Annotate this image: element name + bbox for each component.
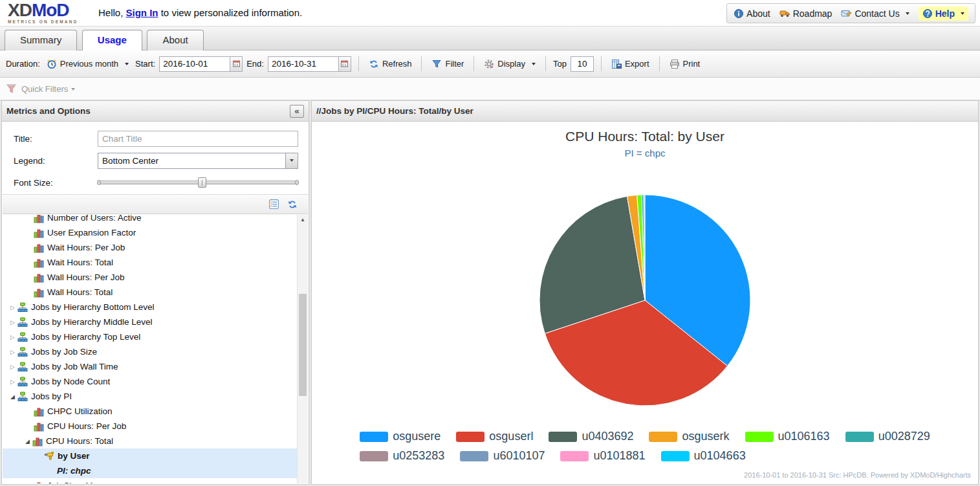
tree-item-label: CPU Hours: Total (46, 436, 113, 446)
breadcrumb: //Jobs by PI/CPU Hours: Total/by User (316, 106, 474, 116)
tab-usage[interactable]: Usage (82, 30, 142, 50)
tree-view-toggle-button[interactable] (268, 199, 279, 210)
tree-item-label: Wall Hours: Total (47, 287, 113, 297)
scroll-up-arrow[interactable]: ▲ (298, 215, 308, 225)
scrollbar-thumb[interactable] (299, 294, 307, 396)
tree-item-jobs-by-job-wall-time[interactable]: ▷Jobs by Job Wall Time (3, 359, 297, 374)
chart-title: CPU Hours: Total: by User (312, 129, 977, 144)
sign-in-link[interactable]: Sign In (126, 7, 158, 18)
export-button[interactable]: Export (609, 57, 652, 71)
tree-item-pi-chpc[interactable]: PI: chpc (3, 463, 297, 478)
quick-filter-icon (6, 83, 17, 94)
font-size-slider[interactable] (98, 177, 298, 188)
tree-item-user-expansion-factor[interactable]: User Expansion Factor (3, 225, 297, 240)
start-label: Start: (135, 59, 155, 69)
end-date-input[interactable] (268, 57, 338, 71)
expander-closed-icon[interactable]: ▷ (8, 349, 17, 355)
tree-item-number-of-users-active[interactable]: Number of Users: Active (3, 215, 297, 225)
start-date-input[interactable] (160, 57, 230, 71)
filter-button[interactable]: Filter (429, 57, 466, 71)
tree-item-label: User Expansion Factor (47, 228, 136, 237)
xdmod-logo[interactable]: XDMoD METRICS ON DEMAND (8, 1, 78, 25)
tree-item-label: Number of Users: Active (47, 215, 142, 223)
legend-label: osguserk (682, 430, 729, 443)
pie-chart[interactable]: osgusereosguserlu0403692osguserku0106163… (538, 193, 752, 407)
tree-item-jobs-by-pi[interactable]: ◢Jobs by PI (3, 389, 297, 404)
tree-item-jobs-by-job-size[interactable]: ▷Jobs by Job Size (3, 344, 297, 359)
legend-item-u0253283[interactable]: u0253283 (360, 449, 444, 463)
bar-chart-icon (34, 481, 44, 484)
chevron-down-icon (125, 63, 129, 65)
tree-toolbar (3, 194, 308, 214)
tree-item-wall-hours-total[interactable]: Wall Hours: Total (3, 285, 297, 300)
end-calendar-button[interactable] (338, 57, 351, 71)
expander-closed-icon[interactable]: ▷ (8, 379, 17, 385)
collapse-panel-button[interactable]: « (290, 105, 304, 118)
tree-item-chpc-utilization[interactable]: CHPC Utilization (3, 404, 297, 419)
legend-select-arrow[interactable] (285, 153, 298, 168)
legend-item-u0106163[interactable]: u0106163 (745, 430, 830, 443)
roadmap-button[interactable]: Roadmap (779, 8, 833, 19)
duration-button[interactable]: Previous month (44, 57, 131, 71)
expander-closed-icon[interactable]: ▷ (8, 319, 17, 326)
legend-item-u0104663[interactable]: u0104663 (661, 449, 746, 463)
expander-open-icon[interactable]: ◢ (23, 438, 32, 445)
top-field (571, 56, 594, 72)
tree-item-job-size-max[interactable]: Job Size: Max (3, 478, 297, 483)
legend-label: osgusere (393, 430, 441, 443)
refresh-icon (369, 59, 379, 69)
chart-panel-header: //Jobs by PI/CPU Hours: Total/by User (312, 101, 978, 122)
tree-scrollbar[interactable]: ▲ (297, 215, 308, 483)
legend-item-u0403692[interactable]: u0403692 (549, 430, 633, 443)
expander-open-icon[interactable]: ◢ (8, 393, 17, 400)
start-calendar-button[interactable] (230, 57, 242, 71)
bar-chart-icon (34, 258, 44, 268)
contact-us-button[interactable]: Contact Us (841, 8, 909, 19)
tree-item-wall-hours-per-job[interactable]: Wall Hours: Per Job (3, 270, 297, 285)
hierarchy-icon (17, 362, 28, 372)
tree-item-by-user[interactable]: by User (3, 448, 297, 463)
tree-item-cpu-hours-total[interactable]: ◢CPU Hours: Total (3, 434, 297, 448)
refresh-button[interactable]: Refresh (366, 57, 415, 71)
about-button[interactable]: About (734, 8, 770, 19)
legend-item-u0101881[interactable]: u0101881 (560, 449, 645, 463)
display-button[interactable]: Display (481, 57, 538, 71)
quick-filters-button[interactable]: Quick Filters (21, 84, 75, 94)
print-button[interactable]: Print (667, 57, 703, 71)
tree-item-jobs-by-hierarchy-top-level[interactable]: ▷Jobs by Hierarchy Top Level (3, 329, 297, 344)
expander-closed-icon[interactable]: ▷ (8, 334, 17, 340)
legend-select[interactable]: Bottom Center (98, 153, 298, 169)
legend-item-osgusere[interactable]: osgusere (360, 430, 441, 443)
tree-item-cpu-hours-per-job[interactable]: CPU Hours: Per Job (3, 419, 297, 434)
legend-label: u0106163 (778, 430, 830, 443)
chart-title-input[interactable] (98, 131, 298, 147)
chart-legend: osgusereosguserlu0403692osguserku0106163… (360, 430, 930, 463)
tree-item-label: Wait Hours: Per Job (47, 243, 125, 252)
expander-closed-icon[interactable]: ▷ (8, 304, 17, 311)
toolbar-separator (659, 56, 660, 71)
tree-item-label: Jobs by Hierarchy Top Level (31, 332, 140, 342)
bar-chart-icon (34, 215, 44, 223)
tab-summary[interactable]: Summary (5, 30, 77, 50)
legend-swatch (845, 432, 874, 442)
legend-item-u0028729[interactable]: u0028729 (845, 430, 930, 443)
tree-item-wait-hours-per-job[interactable]: Wait Hours: Per Job (3, 240, 297, 255)
refresh-icon (287, 199, 298, 210)
chevron-down-icon (906, 12, 909, 15)
tree-item-wait-hours-total[interactable]: Wait Hours: Total (3, 255, 297, 270)
tree-item-jobs-by-hierarchy-bottom-level[interactable]: ▷Jobs by Hierarchy Bottom Level (3, 300, 297, 315)
legend-label: u0101881 (593, 449, 645, 463)
tree-item-jobs-by-node-count[interactable]: ▷Jobs by Node Count (3, 374, 297, 389)
bar-chart-icon (34, 287, 44, 298)
help-button[interactable]: Help (919, 6, 968, 21)
list-icon (268, 199, 279, 210)
top-input[interactable] (571, 57, 593, 71)
legend-item-u6010107[interactable]: u6010107 (460, 449, 545, 463)
legend-item-osguserl[interactable]: osguserl (456, 430, 533, 443)
legend-item-osguserk[interactable]: osguserk (649, 430, 729, 443)
font-size-slider-thumb[interactable] (198, 177, 206, 188)
tree-item-jobs-by-hierarchy-middle-level[interactable]: ▷Jobs by Hierarchy Middle Level (3, 315, 297, 329)
tab-about[interactable]: About (147, 30, 203, 50)
expander-closed-icon[interactable]: ▷ (8, 364, 17, 370)
tree-refresh-button[interactable] (287, 199, 298, 210)
